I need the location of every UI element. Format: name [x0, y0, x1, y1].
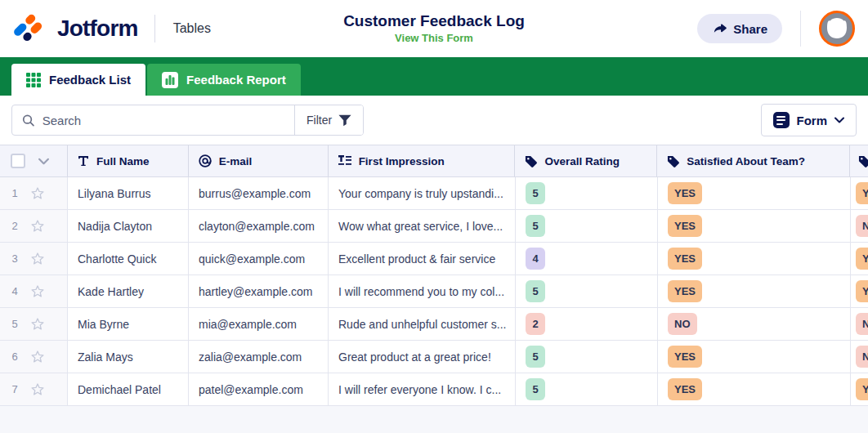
- title-block: Customer Feedback Log View This Form: [343, 12, 525, 45]
- table-row[interactable]: 2Nadija Claytonclayton@example.comWow wh…: [0, 210, 868, 243]
- cell-email[interactable]: zalia@example.com: [189, 341, 329, 373]
- share-button[interactable]: Share: [697, 14, 782, 43]
- table-row[interactable]: 4Kade Hartleyhartley@example.comI will r…: [0, 275, 868, 308]
- column-header-overall-rating[interactable]: Overall Rating: [515, 145, 657, 176]
- tab-feedback-list[interactable]: Feedback List: [11, 64, 145, 96]
- cell-satisfied-about-team[interactable]: YES: [658, 275, 851, 307]
- cell-satisfied-about-team[interactable]: YES: [658, 177, 851, 209]
- cell-satisfied-about-team[interactable]: YES: [658, 373, 851, 405]
- cell-overall-rating[interactable]: 2: [516, 308, 658, 340]
- cell-partial-column[interactable]: YES: [851, 243, 868, 275]
- cell-email[interactable]: mia@example.com: [189, 308, 329, 340]
- cell-first-impression[interactable]: Wow what great service, I love...: [329, 210, 516, 242]
- cell-partial-column[interactable]: YES: [851, 373, 868, 405]
- cell-first-impression[interactable]: I will recommend you to my col...: [329, 275, 516, 307]
- column-header-first-impression[interactable]: First Impression: [329, 145, 516, 176]
- cell-full-name[interactable]: Lilyana Burrus: [68, 177, 189, 209]
- tab-feedback-report[interactable]: Feedback Report: [147, 64, 301, 96]
- cell-full-name[interactable]: Demichael Patel: [68, 373, 189, 405]
- avatar[interactable]: [819, 11, 855, 47]
- table-header-row: Full Name E-mail First Impression Overal…: [0, 145, 868, 177]
- cell-email[interactable]: quick@example.com: [189, 243, 329, 275]
- column-header-satisfied-about-team[interactable]: Satisfied About Team?: [657, 145, 850, 176]
- star-icon[interactable]: [29, 185, 46, 202]
- cell-first-impression[interactable]: Rude and unhelpful customer s...: [329, 308, 516, 340]
- form-list-icon: [773, 112, 790, 128]
- filter-button[interactable]: Filter: [294, 105, 363, 135]
- cell-full-name[interactable]: Mia Byrne: [68, 308, 189, 340]
- table-row[interactable]: 7Demichael Patelpatel@example.comI will …: [0, 373, 868, 406]
- cell-satisfied-about-team[interactable]: NO: [658, 308, 851, 340]
- cell-overall-rating[interactable]: 5: [516, 373, 658, 405]
- satisfied-badge: YES: [668, 215, 702, 237]
- share-arrow-icon: [712, 22, 727, 35]
- cell-partial-column[interactable]: NO: [851, 341, 868, 373]
- cell-email[interactable]: burrus@example.com: [189, 177, 329, 209]
- cell-first-impression[interactable]: Excellent product & fair service: [329, 243, 516, 275]
- star-icon[interactable]: [29, 316, 46, 333]
- cell-first-impression[interactable]: I will refer everyone I know. I c...: [329, 373, 516, 405]
- chevron-down-icon[interactable]: [38, 158, 49, 165]
- search-input[interactable]: [43, 114, 284, 127]
- view-this-form-link[interactable]: View This Form: [395, 32, 473, 44]
- row-select-cell: 1: [0, 177, 68, 209]
- satisfied-badge: YES: [668, 280, 702, 302]
- star-icon[interactable]: [29, 218, 46, 234]
- cell-partial-column[interactable]: YES: [851, 275, 868, 307]
- cell-satisfied-about-team[interactable]: YES: [658, 341, 851, 373]
- star-icon[interactable]: [29, 251, 46, 267]
- column-label: Satisfied About Team?: [687, 155, 805, 167]
- table-row[interactable]: 1Lilyana Burrusburrus@example.comYour co…: [0, 177, 868, 210]
- table-footer-area: [0, 406, 868, 433]
- row-number: 6: [11, 350, 19, 363]
- rating-badge: 5: [526, 182, 545, 204]
- partial-badge: YES: [856, 378, 868, 400]
- cell-email[interactable]: hartley@example.com: [189, 275, 329, 307]
- form-view-button[interactable]: Form: [761, 104, 857, 136]
- star-icon[interactable]: [29, 382, 46, 398]
- table-row[interactable]: 6Zalia Mayszalia@example.comGreat produc…: [0, 341, 868, 373]
- satisfied-badge: NO: [668, 313, 697, 335]
- bar-chart-icon: [162, 72, 178, 88]
- cell-partial-column[interactable]: YES: [851, 177, 868, 209]
- select-all-checkbox[interactable]: [11, 154, 25, 168]
- cell-overall-rating[interactable]: 4: [516, 243, 658, 275]
- column-label: Full Name: [96, 155, 150, 167]
- cell-full-name[interactable]: Zalia Mays: [68, 341, 189, 373]
- partial-badge: NO: [856, 313, 868, 335]
- column-header-email[interactable]: E-mail: [189, 145, 329, 176]
- cell-first-impression[interactable]: Great product at a great price!: [329, 341, 516, 373]
- row-number: 4: [11, 285, 19, 297]
- cell-email[interactable]: patel@example.com: [189, 373, 329, 405]
- cell-satisfied-about-team[interactable]: YES: [658, 243, 851, 275]
- star-icon[interactable]: [29, 349, 46, 365]
- avatar-mascot-icon: [825, 18, 849, 39]
- app-header: Jotform Tables Customer Feedback Log Vie…: [0, 0, 868, 57]
- header-divider: [154, 15, 155, 42]
- jotform-logo[interactable]: Jotform: [13, 12, 138, 45]
- cell-satisfied-about-team[interactable]: YES: [658, 210, 851, 242]
- column-header-full-name[interactable]: Full Name: [68, 145, 189, 176]
- cell-partial-column[interactable]: NO: [851, 308, 868, 340]
- tab-label: Feedback Report: [186, 73, 286, 87]
- toolbar: Filter Form: [0, 96, 868, 145]
- cell-first-impression[interactable]: Your company is truly upstandi...: [329, 177, 516, 209]
- satisfied-badge: YES: [668, 182, 702, 204]
- cell-overall-rating[interactable]: 5: [516, 341, 658, 373]
- table-row[interactable]: 3Charlotte Quickquick@example.comExcelle…: [0, 243, 868, 275]
- table-row[interactable]: 5Mia Byrnemia@example.comRude and unhelp…: [0, 308, 868, 341]
- satisfied-badge: YES: [668, 378, 702, 400]
- cell-overall-rating[interactable]: 5: [516, 275, 658, 307]
- star-icon[interactable]: [29, 283, 46, 300]
- row-select-cell: 4: [0, 275, 68, 307]
- cell-email[interactable]: clayton@example.com: [189, 210, 329, 242]
- cell-overall-rating[interactable]: 5: [516, 210, 658, 242]
- cell-partial-column[interactable]: NO: [851, 210, 868, 242]
- cell-full-name[interactable]: Nadija Clayton: [68, 210, 189, 242]
- cell-full-name[interactable]: Kade Hartley: [68, 275, 189, 307]
- search-box[interactable]: [12, 105, 294, 135]
- cell-full-name[interactable]: Charlotte Quick: [68, 243, 189, 275]
- search-icon: [22, 114, 35, 127]
- cell-overall-rating[interactable]: 5: [516, 177, 658, 209]
- column-header-partial[interactable]: [850, 145, 868, 176]
